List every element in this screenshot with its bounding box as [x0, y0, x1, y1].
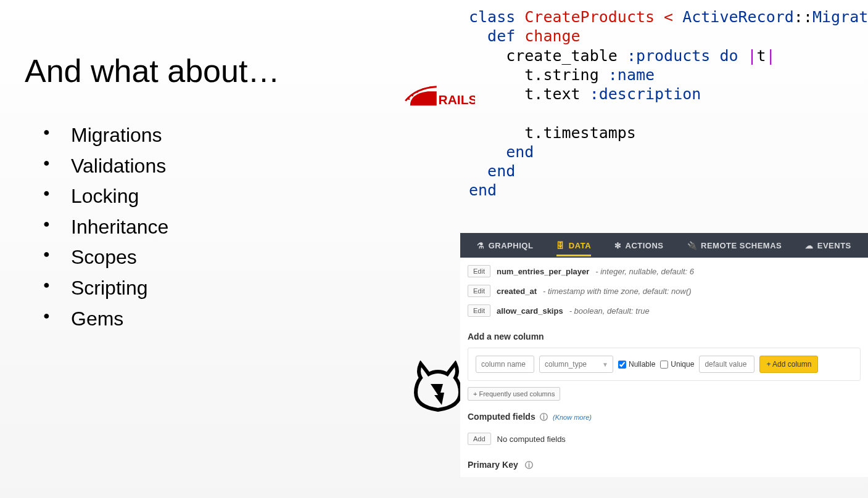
- code-token: :name: [608, 66, 655, 84]
- code-token: <: [664, 8, 682, 26]
- checkbox-text: Unique: [671, 360, 694, 369]
- section-label: Computed fields: [468, 412, 535, 422]
- tab-remote-schemas[interactable]: 🔌 REMOTE SCHEMAS: [687, 235, 782, 256]
- bullet-item: Scripting: [43, 273, 168, 304]
- svg-point-4: [429, 86, 431, 88]
- computed-fields-title: Computed fields ⓘ (Know more): [468, 412, 861, 423]
- default-value-input[interactable]: [699, 356, 754, 373]
- edit-button[interactable]: Edit: [468, 304, 490, 317]
- bullet-item: Migrations: [43, 120, 168, 151]
- svg-point-1: [411, 95, 413, 97]
- code-token: change: [524, 27, 580, 45]
- column-name-input[interactable]: [476, 356, 534, 373]
- add-column-button[interactable]: + Add column: [759, 356, 818, 373]
- know-more-link[interactable]: (Know more): [553, 414, 592, 421]
- code-token: end: [469, 162, 515, 180]
- tab-events[interactable]: ☁ EVENTS: [805, 235, 851, 256]
- add-column-title: Add a new column: [468, 332, 861, 341]
- unique-checkbox[interactable]: [660, 361, 668, 369]
- bullet-item: Inheritance: [43, 212, 168, 243]
- tab-label: GRAPHIQL: [489, 241, 534, 250]
- nullable-checkbox-label[interactable]: Nullable: [618, 360, 655, 369]
- bullet-list: Migrations Validations Locking Inheritan…: [43, 120, 168, 334]
- tab-label: REMOTE SCHEMAS: [701, 241, 782, 250]
- code-token: :description: [590, 85, 701, 103]
- hasura-panel: ⚗ GRAPHIQL 🗄 DATA ✻ ACTIONS 🔌 REMOTE SCH…: [460, 233, 868, 477]
- gear-icon: ✻: [614, 241, 622, 250]
- column-row: Edit num_entries_per_player - integer, n…: [468, 261, 861, 281]
- nullable-checkbox[interactable]: [618, 361, 626, 369]
- add-button[interactable]: Add: [468, 433, 491, 445]
- flask-icon: ⚗: [477, 241, 485, 250]
- column-row: Edit created_at - timestamp with time zo…: [468, 281, 861, 301]
- hasura-logo: [413, 361, 463, 416]
- add-column-form: ▼ Nullable Unique + Add column: [468, 348, 861, 381]
- code-token: :products: [627, 47, 720, 65]
- svg-point-2: [416, 91, 418, 93]
- slide-title: And what about…: [25, 52, 279, 89]
- hasura-tabbar: ⚗ GRAPHIQL 🗄 DATA ✻ ACTIONS 🔌 REMOTE SCH…: [460, 233, 868, 258]
- column-name: num_entries_per_player: [497, 267, 589, 276]
- checkbox-text: Nullable: [629, 360, 655, 369]
- tab-graphiql[interactable]: ⚗ GRAPHIQL: [477, 235, 533, 256]
- cloud-icon: ☁: [805, 241, 814, 250]
- column-row: Edit allow_card_skips - boolean, default…: [468, 301, 861, 320]
- database-icon: 🗄: [556, 241, 565, 250]
- code-token: end: [469, 181, 497, 199]
- column-type-select[interactable]: [539, 356, 613, 373]
- frequently-used-button[interactable]: + Frequently used columns: [468, 387, 560, 401]
- code-token: Migration: [812, 8, 868, 26]
- svg-point-0: [408, 98, 410, 100]
- code-token: ActiveRecord: [682, 8, 794, 26]
- code-token: end: [469, 143, 534, 161]
- rails-logo: RAILS: [404, 83, 475, 110]
- bullet-item: Validations: [43, 151, 168, 182]
- code-token: |: [748, 47, 757, 65]
- code-token: ::: [794, 8, 812, 26]
- primary-key-title: Primary Key ⓘ: [468, 460, 861, 471]
- bullet-item: Gems: [43, 304, 168, 335]
- tab-label: EVENTS: [817, 241, 851, 250]
- code-token: create_table: [469, 47, 627, 65]
- tab-actions[interactable]: ✻ ACTIONS: [614, 235, 664, 256]
- edit-button[interactable]: Edit: [468, 265, 490, 277]
- bullet-item: Locking: [43, 181, 168, 212]
- code-token: CreateProducts: [524, 8, 664, 26]
- edit-button[interactable]: Edit: [468, 285, 490, 297]
- tab-data[interactable]: 🗄 DATA: [556, 235, 591, 256]
- tab-label: ACTIONS: [626, 241, 664, 250]
- code-token: t: [757, 47, 766, 65]
- code-token: do: [719, 47, 747, 65]
- column-name: allow_card_skips: [497, 306, 563, 316]
- plug-icon: 🔌: [687, 241, 698, 250]
- code-snippet: class CreateProducts < ActiveRecord::Mig…: [469, 7, 868, 200]
- code-token: class: [469, 8, 524, 26]
- hasura-body: Edit num_entries_per_player - integer, n…: [460, 258, 868, 471]
- tab-label: DATA: [569, 241, 591, 250]
- code-token: t.string: [469, 66, 608, 84]
- code-token: t.timestamps: [469, 124, 636, 142]
- section-label: Primary Key: [468, 460, 518, 470]
- bullet-item: Scopes: [43, 242, 168, 273]
- svg-point-3: [422, 88, 424, 90]
- code-token: t.text: [469, 85, 590, 103]
- help-icon[interactable]: ⓘ: [538, 412, 548, 422]
- column-name: created_at: [497, 287, 537, 296]
- no-computed-text: No computed fields: [497, 435, 566, 444]
- column-meta: - timestamp with time zone, default: now…: [543, 287, 692, 296]
- code-token: def: [469, 27, 524, 45]
- code-token: [469, 104, 478, 122]
- unique-checkbox-label[interactable]: Unique: [660, 360, 694, 369]
- computed-row: Add No computed fields: [468, 429, 861, 449]
- help-icon[interactable]: ⓘ: [521, 460, 533, 470]
- column-meta: - boolean, default: true: [569, 306, 650, 316]
- code-token: |: [766, 47, 775, 65]
- column-meta: - integer, nullable, default: 6: [595, 267, 694, 276]
